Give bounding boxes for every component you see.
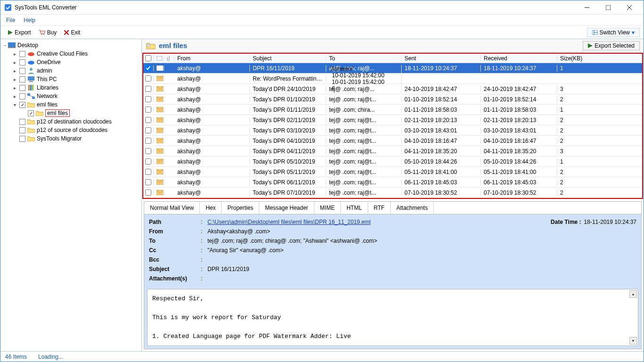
tree-item[interactable]: ▸Network [1,92,140,100]
cell-received: 01-11-2019 18:58:03 [481,107,557,113]
row-checkbox[interactable] [143,189,154,196]
row-checkbox[interactable] [143,117,154,123]
header-checkbox[interactable] [143,55,154,61]
expand-icon[interactable]: ▸ [12,60,17,65]
menu-help[interactable]: Help [24,17,35,24]
table-row[interactable]: akshay@Today's DPR 01/10/2019tej@ .com; … [143,94,642,105]
switch-view-button[interactable]: Switch View ▾ [587,28,640,37]
row-checkbox[interactable] [143,96,154,102]
attachments-label: Attachment(s) [149,275,201,282]
cell-subject: Today'd DPR 24/10/2019 [250,86,326,92]
expand-icon[interactable]: ▸ [12,51,17,57]
cell-sent: 06-11-2019 18:45:03 [402,179,481,186]
tree-checkbox[interactable] [19,85,25,91]
tree-checkbox[interactable]: ✓ [19,102,25,108]
table-row[interactable]: akshay@Today's DPR 04/11/2019tej@ .com; … [143,146,642,156]
table-row[interactable]: akshay@Today's DPR 02/11/2019tej@ .com; … [143,115,642,125]
preview-tab[interactable]: Message Header [259,202,314,214]
header-size[interactable]: Size(KB) [557,55,609,62]
tree-root[interactable]: − Desktop [1,41,140,49]
cell-to: tej@ .com; raj@t... [326,169,402,175]
folder-tree[interactable]: − Desktop ▸Creative Cloud Files▸OneDrive… [0,39,142,351]
row-checkbox[interactable] [143,86,154,92]
tree-item[interactable]: ✓eml files [1,109,140,117]
cell-received: 07-10-2019 18:30:52 [481,189,557,196]
message-body[interactable]: Respected Sir, This is my work report fo… [147,289,638,346]
cell-received: 01-10-2019 18:52:14 [481,96,557,103]
tree-checkbox[interactable] [19,93,25,99]
attachments-value [207,275,636,282]
tree-checkbox[interactable]: ✓ [28,110,34,116]
tree-item[interactable]: ▸This PC [1,75,140,83]
tree-item-label: SysTools Migrator [37,135,82,142]
preview-tab[interactable]: Hex [200,202,222,214]
exit-button[interactable]: Exit [60,28,84,37]
expand-icon[interactable]: ▸ [12,85,17,90]
preview-tab[interactable]: Normal Mail View [144,202,200,214]
row-checkbox[interactable] [143,138,154,144]
table-row[interactable]: akshay@Today'd DPR 24/10/2019tej@ .com; … [143,84,642,94]
tree-item[interactable]: p12 of destination cloudcodes [1,117,140,126]
header-received[interactable]: Received [481,55,557,62]
row-checkbox[interactable] [143,169,154,175]
tree-item[interactable]: ▾✓eml files [1,100,140,109]
tree-checkbox[interactable] [19,76,25,82]
tree-item[interactable]: SysTools Migrator [1,134,140,143]
header-subject[interactable]: Subject [250,55,326,62]
tree-checkbox[interactable] [19,59,25,66]
table-row[interactable]: akshay@Re: WordPress Formatting Is..."As… [143,74,642,84]
row-checkbox[interactable] [143,179,154,185]
layout-icon [592,30,598,35]
svg-rect-0 [5,4,11,11]
buy-button[interactable]: Buy [35,28,61,37]
row-checkbox[interactable] [143,75,154,82]
preview-tab[interactable]: RTF [368,202,391,214]
tree-checkbox[interactable] [19,136,25,142]
header-to[interactable]: To [326,55,402,62]
tree-item[interactable]: ▸OneDrive [1,58,140,66]
tree-item[interactable]: p12 of source of cloudcodes [1,126,140,134]
scroll-up-button[interactable]: ▴ [629,290,637,298]
table-row[interactable]: akshay@Today's DPR 01/11/2019tej@ .com; … [143,105,642,115]
table-row[interactable]: akshay@Today's DPR 03/10/2019tej@ .com; … [143,125,642,136]
tree-checkbox[interactable] [19,119,25,125]
row-checkbox[interactable] [143,107,154,113]
header-sent[interactable]: Sent [402,55,481,62]
expand-icon[interactable]: ▸ [12,77,17,82]
expand-icon[interactable]: ▾ [12,102,17,107]
folder-icon [27,118,35,125]
row-checkbox[interactable] [143,127,154,133]
svg-rect-14 [8,47,16,48]
preview-tab[interactable]: MIME [314,202,341,214]
scroll-down-button[interactable]: ▾ [629,337,637,345]
close-button[interactable] [619,1,640,14]
expand-icon[interactable]: ▸ [12,68,17,74]
preview-tab[interactable]: Attachments [391,202,434,214]
tree-item[interactable]: ▸Libraries [1,83,140,92]
tree-item[interactable]: ▸Creative Cloud Files [1,49,140,58]
export-selected-button[interactable]: Export Selected [583,41,640,50]
tree-checkbox[interactable] [19,127,25,133]
table-row[interactable]: akshay@Today's DPR 04/10/2019tej@ .com; … [143,136,642,146]
tree-checkbox[interactable] [19,68,25,74]
collapse-icon[interactable]: − [2,43,8,48]
path-value[interactable]: C:\Users\admin\Desktop\eml files\eml fil… [207,219,371,225]
preview-tab[interactable]: HTML [341,202,368,214]
minimize-button[interactable] [576,1,597,14]
row-checkbox[interactable] [143,148,154,154]
tree-checkbox[interactable] [19,51,25,57]
table-row[interactable]: akshay@Today's DPR 05/11/2019tej@ .com; … [143,167,642,177]
menu-file[interactable]: File [6,17,15,24]
header-from[interactable]: From [174,55,250,62]
row-checkbox[interactable] [143,65,154,71]
table-row[interactable]: akshay@Today's DPR 07/10/2019tej@ .com; … [143,188,642,198]
preview-tab[interactable]: Properties [222,202,259,214]
expand-icon[interactable]: ▸ [12,94,17,99]
table-row[interactable]: akshay@Today's DPR 06/11/2019tej@ .com; … [143,177,642,188]
table-row[interactable]: akshay@Today's DPR 05/10/2019tej@ .com; … [143,156,642,167]
maximize-button[interactable] [597,1,619,14]
row-checkbox[interactable] [143,158,154,165]
tree-item[interactable]: ▸admin [1,66,140,75]
cell-from: akshay@ [174,148,250,155]
export-button[interactable]: Export [4,28,35,37]
